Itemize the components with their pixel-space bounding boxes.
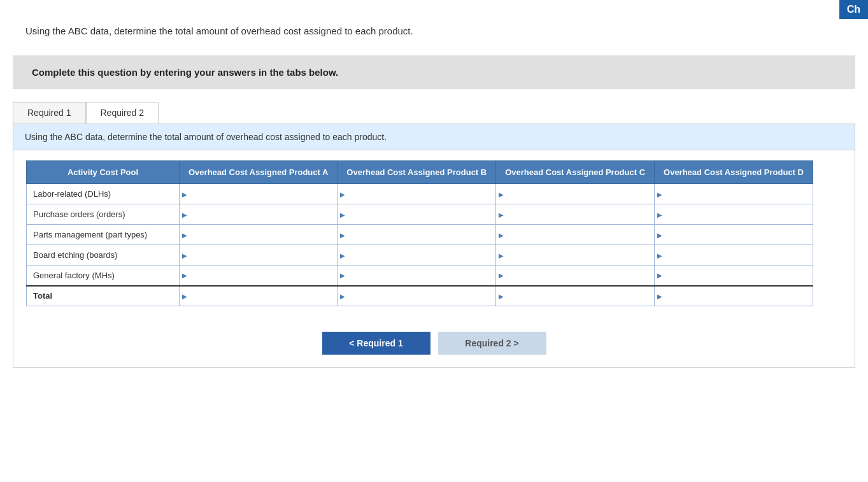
cell-product-d-row-0[interactable] <box>655 184 813 204</box>
cell-product-a-row-2[interactable] <box>180 225 338 245</box>
nav-buttons: < Required 1 Required 2 > <box>13 319 855 367</box>
input-product-d-row-5[interactable] <box>655 287 813 306</box>
cell-product-d-row-4[interactable] <box>655 266 813 286</box>
cell-product-c-row-1[interactable] <box>496 204 655 225</box>
cell-product-a-row-4[interactable] <box>180 266 338 286</box>
cell-product-b-row-3[interactable] <box>338 245 496 266</box>
cell-product-a-row-1[interactable] <box>180 204 338 225</box>
col-header-product-c: Overhead Cost Assigned Product C <box>496 161 655 184</box>
cell-product-a-row-0[interactable] <box>180 184 338 204</box>
cell-product-b-row-5[interactable] <box>338 286 496 306</box>
instruction-box: Complete this question by entering your … <box>13 55 855 89</box>
cell-product-b-row-0[interactable] <box>338 184 496 204</box>
input-product-d-row-0[interactable] <box>655 184 813 204</box>
row-label: Board etching (boards) <box>27 245 180 266</box>
cell-product-a-row-3[interactable] <box>180 245 338 266</box>
col-header-product-d: Overhead Cost Assigned Product D <box>655 161 813 184</box>
cell-product-c-row-4[interactable] <box>496 266 655 286</box>
tabs-row: Required 1 Required 2 <box>13 102 855 124</box>
page-wrapper: Ch Using the ABC data, determine the tot… <box>0 0 868 482</box>
input-product-a-row-1[interactable] <box>180 204 337 224</box>
cell-product-c-row-2[interactable] <box>496 225 655 245</box>
input-product-c-row-2[interactable] <box>496 225 654 245</box>
intro-text: Using the ABC data, determine the total … <box>0 13 868 55</box>
input-product-d-row-4[interactable] <box>655 266 813 285</box>
row-label: Labor-related (DLHs) <box>27 184 180 204</box>
prev-button[interactable]: < Required 1 <box>322 332 430 355</box>
tab-required-2[interactable]: Required 2 <box>86 102 159 124</box>
tab-required-1[interactable]: Required 1 <box>13 102 86 124</box>
row-label: General factory (MHs) <box>27 266 180 286</box>
input-product-a-row-3[interactable] <box>180 245 337 265</box>
input-product-c-row-1[interactable] <box>496 204 654 224</box>
input-product-a-row-4[interactable] <box>180 266 337 285</box>
input-product-b-row-0[interactable] <box>338 184 495 204</box>
input-product-c-row-3[interactable] <box>496 245 654 265</box>
cell-product-d-row-5[interactable] <box>655 286 813 306</box>
input-product-b-row-4[interactable] <box>338 266 495 285</box>
tabs-container: Required 1 Required 2 Using the ABC data… <box>13 102 855 368</box>
table-row: Purchase orders (orders) <box>27 204 813 225</box>
input-product-b-row-1[interactable] <box>338 204 495 224</box>
cell-product-b-row-4[interactable] <box>338 266 496 286</box>
input-product-a-row-2[interactable] <box>180 225 337 245</box>
cell-product-c-row-5[interactable] <box>496 286 655 306</box>
col-header-product-b: Overhead Cost Assigned Product B <box>338 161 496 184</box>
input-product-c-row-5[interactable] <box>496 287 654 306</box>
table-row: Labor-related (DLHs) <box>27 184 813 204</box>
input-product-a-row-5[interactable] <box>180 287 337 306</box>
table-row: General factory (MHs) <box>27 266 813 286</box>
input-product-d-row-3[interactable] <box>655 245 813 265</box>
input-product-a-row-0[interactable] <box>180 184 337 204</box>
input-product-b-row-2[interactable] <box>338 225 495 245</box>
tab-description: Using the ABC data, determine the total … <box>13 124 855 150</box>
cell-product-a-row-5[interactable] <box>180 286 338 306</box>
cell-product-d-row-1[interactable] <box>655 204 813 225</box>
input-product-b-row-5[interactable] <box>338 287 495 306</box>
cell-product-b-row-1[interactable] <box>338 204 496 225</box>
table-row: Board etching (boards) <box>27 245 813 266</box>
input-product-c-row-0[interactable] <box>496 184 654 204</box>
tab-content: Using the ABC data, determine the total … <box>13 124 855 368</box>
input-product-d-row-2[interactable] <box>655 225 813 245</box>
input-product-c-row-4[interactable] <box>496 266 654 285</box>
row-label: Purchase orders (orders) <box>27 204 180 225</box>
cell-product-c-row-0[interactable] <box>496 184 655 204</box>
corner-badge: Ch <box>839 0 868 19</box>
table-row: Total <box>27 286 813 306</box>
row-label: Total <box>27 286 180 306</box>
cell-product-c-row-3[interactable] <box>496 245 655 266</box>
cell-product-b-row-2[interactable] <box>338 225 496 245</box>
input-product-d-row-1[interactable] <box>655 204 813 224</box>
table-row: Parts management (part types) <box>27 225 813 245</box>
cell-product-d-row-2[interactable] <box>655 225 813 245</box>
table-wrapper: Activity Cost Pool Overhead Cost Assigne… <box>13 150 855 319</box>
cell-product-d-row-3[interactable] <box>655 245 813 266</box>
col-header-activity: Activity Cost Pool <box>27 161 180 184</box>
col-header-product-a: Overhead Cost Assigned Product A <box>180 161 338 184</box>
overhead-cost-table: Activity Cost Pool Overhead Cost Assigne… <box>26 160 813 306</box>
input-product-b-row-3[interactable] <box>338 245 495 265</box>
row-label: Parts management (part types) <box>27 225 180 245</box>
next-button[interactable]: Required 2 > <box>438 332 546 355</box>
